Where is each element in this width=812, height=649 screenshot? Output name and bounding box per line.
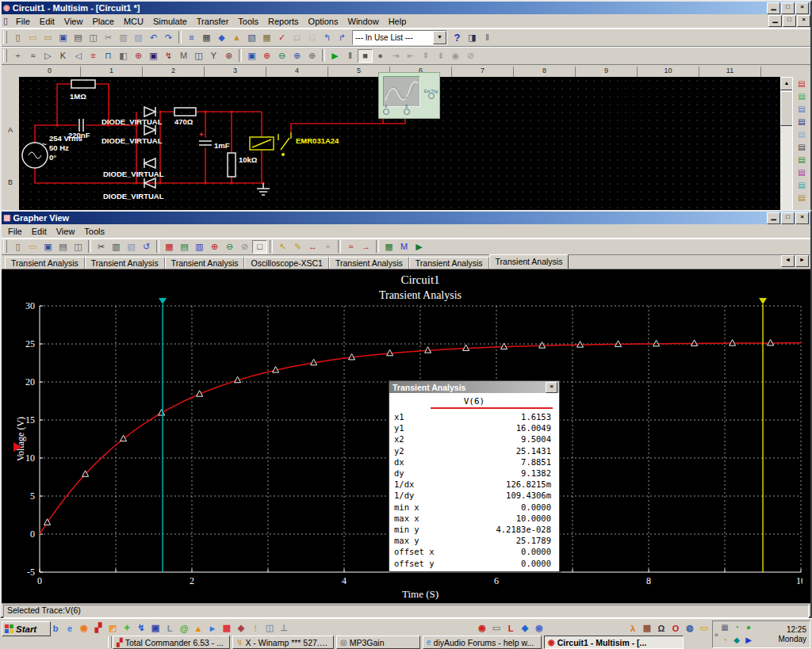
menu-window[interactable]: Window: [343, 16, 384, 27]
paste-icon[interactable]: ▧: [124, 240, 139, 254]
mdi-restore-icon[interactable]: □: [783, 15, 796, 27]
print-icon[interactable]: ▤: [71, 31, 86, 44]
print-preview-icon[interactable]: ◫: [86, 31, 101, 44]
postprocessor-icon[interactable]: ◨: [465, 31, 480, 44]
vlc-icon[interactable]: ▲: [192, 622, 205, 635]
peripherals-group-icon[interactable]: ◫: [191, 49, 206, 63]
show-cursors-icon[interactable]: ↖: [275, 240, 290, 254]
tab-transient-analysis-2[interactable]: Transient Analysis: [165, 257, 245, 269]
mdi-close-icon[interactable]: ×: [797, 15, 810, 27]
task-multisim[interactable]: ◉Circuit1 - Multisim - [...: [544, 636, 684, 649]
menu-view[interactable]: View: [59, 16, 88, 27]
undo-icon[interactable]: ↺: [139, 240, 154, 254]
basic-group-icon[interactable]: ≈: [25, 49, 40, 63]
bulb-icon[interactable]: !: [249, 622, 262, 635]
step-over-icon[interactable]: ⇤: [403, 49, 418, 63]
oscilloscope-icon[interactable]: ▤: [795, 116, 810, 128]
messenger2-icon[interactable]: ✦: [121, 622, 133, 635]
tab-transient-analysis-1[interactable]: Transient Analysis: [85, 257, 165, 269]
export-excel-icon[interactable]: ▦: [381, 240, 396, 254]
cursor-1-handle[interactable]: [159, 298, 167, 304]
l1-app-icon[interactable]: L: [163, 622, 176, 635]
transistor-group-icon[interactable]: K: [56, 49, 71, 63]
export-labview-icon[interactable]: ▶: [412, 240, 427, 254]
firefox-icon[interactable]: ◉: [78, 622, 90, 635]
save-icon[interactable]: ▣: [40, 240, 56, 254]
toolbar-grip[interactable]: [3, 31, 7, 44]
multimeter-icon[interactable]: ▤: [795, 78, 810, 90]
task-total-commander[interactable]: ▞Total Commander 6.53 - ...: [113, 636, 230, 649]
database-manager-icon[interactable]: ◆: [214, 31, 229, 44]
misc-digital-group-icon[interactable]: ◧: [116, 49, 131, 63]
save-icon[interactable]: ▣: [56, 31, 71, 44]
move-cursor-icon[interactable]: ↔: [305, 240, 320, 254]
start-button[interactable]: Start: [2, 621, 51, 636]
grapher-menu-tools[interactable]: Tools: [79, 226, 109, 237]
cut-icon[interactable]: ✂: [94, 240, 109, 254]
window-minimize-icon[interactable]: ▁: [767, 2, 780, 14]
plot-properties-icon[interactable]: ▥: [192, 240, 207, 254]
oscilloscope-instrument[interactable]: Ext Trig A B: [378, 72, 440, 119]
function-generator-icon[interactable]: ▤: [795, 90, 810, 102]
task-diyaudio[interactable]: ediyAudio Forums - help w...: [423, 636, 542, 649]
open-sample-icon[interactable]: ▭: [40, 31, 56, 44]
redo-icon[interactable]: ↷: [161, 31, 176, 44]
grapher-menu-view[interactable]: View: [52, 226, 80, 237]
menu-reports[interactable]: Reports: [263, 16, 304, 27]
run-to-cursor-icon[interactable]: ⇟: [433, 49, 448, 63]
open-icon[interactable]: ▭: [25, 240, 40, 254]
record-icon[interactable]: ●: [373, 49, 388, 63]
capture-area-icon[interactable]: □: [289, 31, 304, 44]
ltspice-icon[interactable]: L: [504, 622, 517, 635]
zoom-in-icon[interactable]: ⊕: [207, 240, 222, 254]
close-icon[interactable]: ×: [546, 382, 557, 393]
cursor-2-handle[interactable]: [759, 298, 767, 304]
tray-app-icon[interactable]: ◆: [731, 635, 742, 646]
rename-component-icon[interactable]: ▲: [229, 31, 244, 44]
channel-b-terminal[interactable]: [404, 109, 410, 115]
export-mathcad-icon[interactable]: M: [396, 240, 412, 254]
channel-a-terminal[interactable]: [383, 109, 389, 115]
menu-file[interactable]: File: [11, 16, 35, 27]
grapher-menu-edit[interactable]: Edit: [27, 226, 52, 237]
globe-app-icon[interactable]: ◍: [684, 622, 696, 635]
step-out-icon[interactable]: ⇞: [418, 49, 433, 63]
mixed-group-icon[interactable]: ⊕: [131, 49, 146, 63]
task-winamp[interactable]: ↯X - Winamp *** 527. Xzi...: [232, 636, 334, 649]
erc-check-icon[interactable]: ✓: [274, 31, 289, 44]
run-icon[interactable]: ▶: [327, 49, 343, 63]
toolbar-grip[interactable]: [3, 49, 7, 62]
menu-place[interactable]: Place: [87, 16, 119, 27]
zoom-area-icon[interactable]: ▣: [244, 49, 259, 63]
region-tool-icon[interactable]: □: [304, 31, 320, 44]
winamp-icon[interactable]: ↯: [135, 622, 147, 635]
tray-user-icon[interactable]: ●: [743, 622, 754, 633]
tray-update-icon[interactable]: ◔: [731, 622, 742, 633]
scad-icon[interactable]: ◆: [519, 622, 531, 635]
analog-group-icon[interactable]: ◁: [71, 49, 86, 63]
folder-shortcut-icon[interactable]: ▭: [698, 622, 710, 635]
zoom-fit-icon[interactable]: ⊕: [304, 49, 320, 63]
menu-tools[interactable]: Tools: [233, 16, 263, 27]
toggle-grid-icon[interactable]: ▦: [162, 240, 177, 254]
menu-mcu[interactable]: MCU: [119, 16, 148, 27]
tray-clock-icon[interactable]: ◔: [719, 635, 730, 646]
back-annotate-icon[interactable]: ↰: [320, 31, 335, 44]
overlay-traces-icon[interactable]: ≈: [343, 240, 358, 254]
window-close-icon[interactable]: ×: [795, 2, 809, 14]
opera-icon[interactable]: O: [669, 622, 682, 635]
stop-icon[interactable]: ■: [358, 49, 373, 63]
multisim-alt-icon[interactable]: ◉: [533, 622, 546, 635]
paste-icon[interactable]: ▧: [131, 31, 146, 44]
bode-plotter-icon[interactable]: ▤: [795, 141, 810, 153]
tab-transient-analysis-6[interactable]: Transient Analysis: [489, 254, 569, 269]
grapher-icon[interactable]: ▧: [244, 31, 259, 44]
scrollbar-thumb[interactable]: [780, 91, 793, 126]
tab-transient-analysis-0[interactable]: Transient Analysis: [5, 257, 85, 269]
pair-app-icon[interactable]: ◫: [263, 622, 276, 635]
scroll-up-arrow-icon[interactable]: ▲: [780, 77, 793, 90]
cursor-values-window[interactable]: Transient Analysis × V(6) x11.6153y116.0…: [389, 380, 560, 572]
media-app-icon[interactable]: ▣: [149, 622, 162, 635]
power-group-icon[interactable]: ↯: [161, 49, 176, 63]
zoom-out-icon[interactable]: ⊖: [274, 49, 289, 63]
